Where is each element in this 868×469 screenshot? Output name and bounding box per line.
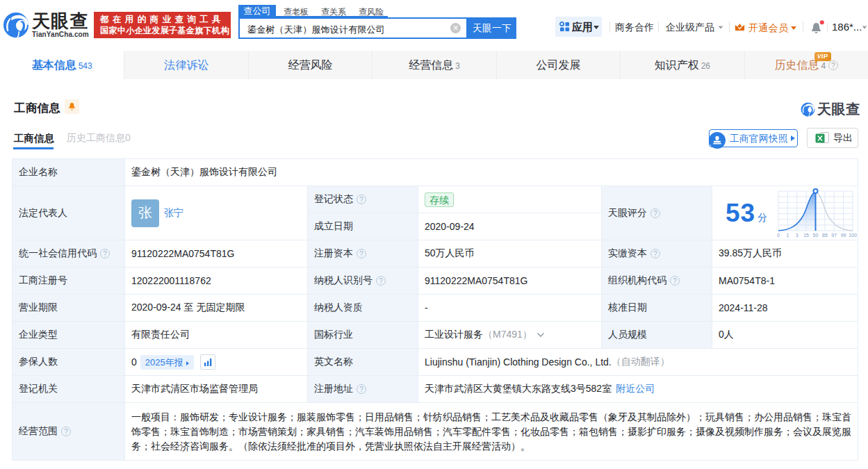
svg-text:1: 1 [787, 232, 789, 237]
svg-text:100: 100 [849, 232, 857, 237]
svg-text:15: 15 [803, 232, 809, 237]
svg-text:50: 50 [813, 232, 819, 237]
svg-text:99: 99 [841, 232, 846, 237]
svg-text:0: 0 [777, 232, 780, 237]
svg-text:85: 85 [822, 232, 828, 237]
svg-text:3: 3 [796, 232, 799, 237]
svg-text:97: 97 [831, 232, 837, 237]
